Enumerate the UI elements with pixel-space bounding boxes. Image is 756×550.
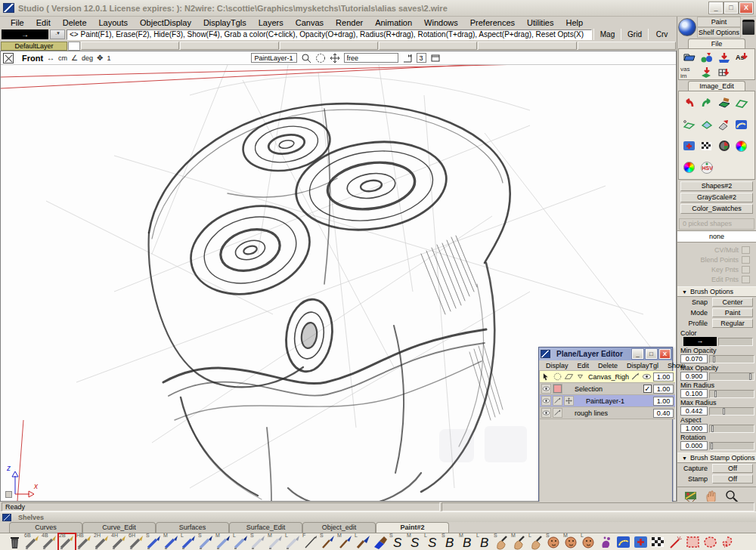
snap-button[interactable]: Center	[712, 298, 753, 307]
shelf-tool-pencil-4h[interactable]: 4H	[110, 533, 128, 550]
shelf-tool-face-l[interactable]: L	[580, 533, 597, 550]
color-slider[interactable]	[718, 338, 753, 346]
pan-icon[interactable]	[330, 53, 340, 63]
pick-arrow-icon[interactable]	[541, 372, 551, 382]
menu-preferences[interactable]: Preferences	[464, 17, 521, 28]
menu-displaytgls[interactable]: DisplayTgls	[197, 17, 253, 28]
brush-icon[interactable]	[553, 396, 562, 406]
shelf-shapes-2[interactable]: Shapes#2	[680, 181, 753, 191]
dropdown-triangle-icon[interactable]	[575, 372, 585, 382]
shelf-tool-letterB-m[interactable]: BM	[458, 533, 476, 550]
aspect-field[interactable]: 1.000	[680, 424, 708, 433]
menu-render[interactable]: Render	[330, 17, 369, 28]
menu-windows[interactable]: Windows	[418, 17, 464, 28]
shelf-tool-letterS-l[interactable]: SL	[423, 533, 441, 550]
import-image-icon[interactable]	[698, 50, 715, 65]
shelf-tool-checker[interactable]	[649, 533, 667, 550]
edit-pnts-checkbox[interactable]	[742, 276, 750, 283]
none-button[interactable]: none	[677, 230, 756, 243]
shelf-tool-brushL-l[interactable]: L	[354, 533, 371, 550]
layer-opacity-field[interactable]: 1.00	[653, 385, 674, 394]
hsv-icon[interactable]: HSV	[698, 160, 715, 175]
active-paint-layer-chip[interactable]: PaintLayer-1	[251, 53, 297, 63]
max-radius-field[interactable]: 0.442	[680, 406, 708, 416]
brush-color-swatch[interactable]: →	[683, 337, 717, 346]
profile-button[interactable]: Regular	[712, 319, 753, 328]
shelf-tool-pencil-4b[interactable]: 4B	[41, 533, 58, 550]
shelf-tab-curves[interactable]: Curves	[9, 522, 82, 533]
add-canvas-icon[interactable]	[680, 138, 698, 153]
shelf-tool-smudge-m[interactable]: M	[510, 533, 528, 550]
layer-slot[interactable]	[180, 42, 278, 50]
canvas-frame-icon[interactable]	[733, 95, 750, 110]
hand-icon[interactable]	[705, 490, 718, 502]
close-button[interactable]: X	[739, 2, 753, 14]
brush-icon[interactable]	[631, 372, 640, 382]
shelf-tool-brush-m[interactable]: M	[336, 533, 354, 550]
shelves-title-bar[interactable]: Shelves	[0, 512, 756, 522]
shelf-tool-letterS-s[interactable]: SS	[389, 533, 406, 550]
save-as-icon[interactable]: As	[733, 50, 750, 65]
shelf-tool-trash[interactable]	[6, 533, 23, 550]
flip-horizontal-icon[interactable]	[680, 117, 698, 132]
tab-image-edit[interactable]: Image_Edit	[688, 81, 745, 91]
menu-edit[interactable]: Edit	[30, 17, 57, 28]
shelf-tool-airbrush-m[interactable]: M	[267, 533, 284, 550]
marquee-circle-icon[interactable]	[315, 53, 326, 63]
checker-icon[interactable]	[698, 138, 715, 153]
shelf-tool-airbrush-l[interactable]: L	[284, 533, 302, 550]
menu-canvas[interactable]: Canvas	[290, 17, 330, 28]
shelf-tool-pencil-2b[interactable]: 2B	[58, 533, 76, 550]
min-radius-slider[interactable]	[709, 390, 754, 398]
shelf-tool-smudge-l[interactable]: L	[528, 533, 545, 550]
rotation-slider[interactable]	[709, 442, 754, 450]
undo-icon[interactable]	[680, 95, 698, 110]
menu-delete[interactable]: Delete	[57, 17, 93, 28]
shelf-tool-letterS-m[interactable]: SM	[406, 533, 423, 550]
mag-button[interactable]: Mag	[593, 29, 621, 40]
cv-mult-checkbox[interactable]	[742, 246, 750, 254]
layer-slot[interactable]	[578, 42, 676, 50]
layer-slot[interactable]	[280, 42, 378, 50]
brush-preset-button[interactable]: .▾	[50, 29, 65, 39]
shelf-tab-curve-edit[interactable]: Curve_Edit	[82, 522, 156, 533]
save-mask-icon[interactable]	[715, 65, 733, 80]
shelf-tab-surfaces[interactable]: Surfaces	[156, 522, 229, 533]
menu-layouts[interactable]: Layouts	[93, 17, 135, 28]
grid-button[interactable]: Grid	[621, 29, 648, 40]
shelf-tool-marker-m[interactable]: M	[163, 533, 180, 550]
trash-icon[interactable]	[742, 20, 754, 35]
layer-row-paintlayer-1[interactable]: PaintLayer-11.00	[540, 395, 675, 407]
layer-row-canvas-righ[interactable]: Canvas_Righ1.00	[540, 371, 675, 383]
shelf-tool-marqRect[interactable]	[684, 533, 702, 550]
open-canvas-icon[interactable]	[680, 50, 698, 65]
flip-vertical-icon[interactable]	[698, 117, 715, 132]
shelf-tool-spray[interactable]	[597, 533, 615, 550]
default-layer-button[interactable]: DefaultLayer	[1, 42, 67, 51]
color-wheel-dark-icon[interactable]	[715, 138, 733, 153]
shelf-grayscale-2[interactable]: GrayScale#2	[680, 193, 753, 202]
eye-icon[interactable]	[541, 396, 551, 406]
save-layers-icon[interactable]	[698, 65, 715, 80]
move-icon[interactable]	[564, 396, 574, 406]
shelf-tool-pen-f[interactable]: F	[302, 533, 319, 550]
overlay-mode-field[interactable]	[344, 53, 398, 63]
easel-icon[interactable]	[683, 490, 699, 502]
minimize-button[interactable]: _	[709, 2, 723, 14]
plane-icon[interactable]	[564, 372, 574, 382]
dialog-menu-edit[interactable]: Edit	[574, 362, 593, 369]
menu-layers[interactable]: Layers	[253, 17, 290, 28]
layer-visible-checkbox[interactable]: ✓	[643, 385, 652, 393]
shelf-tool-letterB-l[interactable]: BL	[476, 533, 493, 550]
current-color-swatch[interactable]: →	[2, 29, 48, 39]
brush-stamp-options-header[interactable]: ▼ Brush Stamp Options	[677, 453, 756, 463]
save-canvas-icon[interactable]	[715, 50, 733, 65]
shelf-tab-surface-edit[interactable]: Surface_Edit	[229, 522, 302, 533]
layer-opacity-field[interactable]: 0.40	[653, 409, 674, 418]
eraser-icon[interactable]	[715, 117, 733, 132]
shelf-tool-brush-s[interactable]: S	[319, 533, 336, 550]
shelf-tool-pencil-6b[interactable]: 6B	[23, 533, 41, 550]
dialog-minimize-button[interactable]: _	[632, 349, 643, 359]
shelf-tool-marker-l[interactable]: L	[180, 533, 197, 550]
crop-icon[interactable]	[715, 95, 733, 110]
